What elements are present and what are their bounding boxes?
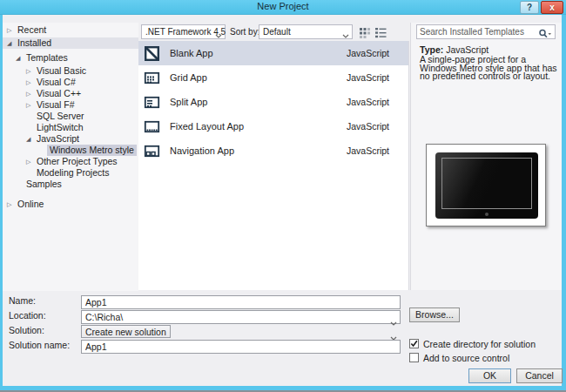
sort-value: Default bbox=[263, 27, 291, 37]
name-field[interactable] bbox=[81, 295, 401, 309]
framework-value: .NET Framework 4.5 bbox=[145, 27, 226, 37]
sidebar-item-visual-basic[interactable]: ▷ Visual Basic bbox=[3, 65, 138, 77]
dialog-title: New Project bbox=[0, 1, 566, 11]
chevron-down-icon bbox=[215, 30, 222, 40]
name-row: Name: bbox=[0, 294, 566, 308]
template-row-grid-app[interactable]: Grid App JavaScript bbox=[138, 65, 408, 90]
source-control-label: Add to source control bbox=[423, 353, 509, 363]
sidebar-item-label: Windows Metro style bbox=[47, 145, 137, 156]
ok-button[interactable]: OK bbox=[468, 368, 511, 383]
location-field[interactable] bbox=[81, 310, 401, 324]
name-label: Name: bbox=[9, 295, 36, 306]
sidebar-item-label: Visual C++ bbox=[37, 88, 81, 99]
sidebar-item-templates[interactable]: ◢ Templates bbox=[3, 52, 138, 64]
template-preview-image bbox=[426, 144, 546, 226]
tree-expander-icon[interactable]: ▷ bbox=[7, 24, 17, 36]
sidebar-item-label: Visual F# bbox=[37, 99, 75, 111]
browse-button[interactable]: Browse... bbox=[409, 308, 460, 322]
template-row-navigation-app[interactable]: Navigation App JavaScript bbox=[138, 139, 408, 163]
titlebar: New Project bbox=[0, 0, 566, 15]
location-row: Location: bbox=[0, 308, 566, 323]
sidebar-item-label: Visual Basic bbox=[37, 65, 86, 77]
tree-expander-icon[interactable]: ◢ bbox=[16, 52, 26, 64]
template-description: A single-page project for a Windows Metr… bbox=[420, 56, 557, 81]
template-language: JavaScript bbox=[347, 97, 389, 107]
source-control-row: Add to source control bbox=[409, 352, 509, 363]
template-row-split-app[interactable]: Split App JavaScript bbox=[138, 90, 408, 114]
tree-expander-icon[interactable]: ▷ bbox=[7, 199, 17, 210]
sidebar-item-label: Modeling Projects bbox=[37, 167, 109, 179]
sidebar-item-windows-metro-style[interactable]: Windows Metro style bbox=[3, 145, 138, 156]
tree-expander-icon[interactable]: ▷ bbox=[26, 88, 37, 99]
tablet-screen bbox=[441, 158, 532, 209]
tree-expander-icon[interactable]: ◢ bbox=[7, 37, 17, 49]
create-directory-row: Create directory for solution bbox=[409, 338, 536, 349]
details-panel: Type: JavaScript A single-page project f… bbox=[410, 23, 562, 290]
search-input[interactable] bbox=[420, 26, 533, 37]
sidebar-item-label: Other Project Types bbox=[37, 156, 118, 167]
sidebar-item-label: Templates bbox=[26, 52, 68, 64]
sidebar-item-sql-server[interactable]: SQL Server bbox=[3, 111, 138, 122]
split-app-icon bbox=[143, 93, 161, 112]
template-list: Blank App JavaScript Grid App JavaScript bbox=[138, 41, 409, 290]
template-language: JavaScript bbox=[347, 72, 389, 83]
template-language: JavaScript bbox=[347, 121, 389, 132]
sort-combobox[interactable]: Default bbox=[259, 24, 353, 39]
sidebar-item-recent[interactable]: ▷ Recent bbox=[3, 24, 138, 36]
tree-expander-icon[interactable]: ▷ bbox=[26, 99, 37, 111]
location-label: Location: bbox=[9, 310, 46, 321]
close-button[interactable]: x bbox=[541, 1, 563, 14]
source-control-checkbox[interactable] bbox=[409, 353, 419, 362]
sidebar-item-label: Visual C# bbox=[37, 77, 76, 88]
sidebar-item-label: Samples bbox=[26, 179, 62, 190]
sidebar-item-lightswitch[interactable]: LightSwitch bbox=[3, 122, 138, 133]
search-icon[interactable] bbox=[538, 27, 552, 43]
chevron-down-icon bbox=[342, 30, 349, 40]
medium-icons-view-button[interactable] bbox=[359, 26, 371, 37]
sidebar-item-label: Recent bbox=[17, 24, 46, 36]
sidebar-item-visual-csharp[interactable]: ▷ Visual C# bbox=[3, 77, 138, 88]
solution-dropdown[interactable]: Create new solution bbox=[81, 325, 171, 338]
sidebar-item-label: JavaScript bbox=[37, 133, 79, 145]
template-language: JavaScript bbox=[347, 48, 389, 58]
grid-app-icon bbox=[143, 69, 161, 87]
tablet-camera-dot bbox=[485, 213, 489, 216]
framework-combobox[interactable]: .NET Framework 4.5 bbox=[141, 24, 226, 39]
tree-expander-icon[interactable]: ▷ bbox=[26, 77, 37, 88]
tree-expander-icon[interactable]: ▷ bbox=[26, 65, 37, 77]
help-button[interactable]: ? bbox=[520, 1, 539, 14]
sidebar-item-online[interactable]: ▷ Online bbox=[3, 199, 138, 210]
navigation-app-icon bbox=[143, 142, 161, 160]
sidebar-item-label: LightSwitch bbox=[37, 122, 84, 133]
sidebar-item-visual-cpp[interactable]: ▷ Visual C++ bbox=[3, 88, 138, 99]
solution-name-label: Solution name: bbox=[9, 340, 70, 350]
cancel-button[interactable]: Cancel bbox=[516, 368, 563, 383]
sidebar-item-samples[interactable]: Samples bbox=[3, 179, 138, 190]
search-box[interactable] bbox=[416, 24, 556, 39]
sort-by-label: Sort by: bbox=[230, 27, 259, 37]
sidebar-item-label: Online bbox=[17, 199, 44, 210]
list-view-button[interactable] bbox=[374, 26, 387, 37]
solution-row: Solution: Create new solution bbox=[0, 323, 566, 338]
sidebar-item-visual-fsharp[interactable]: ▷ Visual F# bbox=[3, 99, 138, 111]
template-name: Navigation App bbox=[170, 145, 347, 156]
solution-value: Create new solution bbox=[85, 327, 166, 337]
create-directory-checkbox[interactable] bbox=[409, 339, 419, 348]
template-row-blank-app[interactable]: Blank App JavaScript bbox=[138, 41, 408, 65]
tree-expander-icon[interactable]: ◢ bbox=[26, 133, 37, 145]
tablet-device-image bbox=[435, 152, 538, 219]
template-language: JavaScript bbox=[347, 145, 389, 156]
blank-app-icon bbox=[143, 44, 161, 63]
solution-name-field[interactable] bbox=[81, 340, 401, 354]
template-row-fixed-layout-app[interactable]: Fixed Layout App JavaScript bbox=[138, 114, 408, 139]
create-directory-label: Create directory for solution bbox=[423, 339, 536, 349]
sidebar-item-other-project-types[interactable]: ▷ Other Project Types bbox=[3, 156, 138, 167]
solution-label: Solution: bbox=[9, 325, 44, 335]
sidebar-item-installed[interactable]: ◢ Installed bbox=[3, 37, 138, 49]
sidebar-item-javascript[interactable]: ◢ JavaScript bbox=[3, 133, 138, 145]
sidebar-item-modeling-projects[interactable]: Modeling Projects bbox=[3, 167, 138, 179]
template-name: Fixed Layout App bbox=[170, 121, 347, 132]
tree-expander-icon[interactable]: ▷ bbox=[26, 156, 37, 167]
category-tree: ▷ Recent ◢ Installed ◢ Templates ▷ Visua… bbox=[3, 23, 138, 291]
fixed-layout-app-icon bbox=[143, 118, 161, 136]
